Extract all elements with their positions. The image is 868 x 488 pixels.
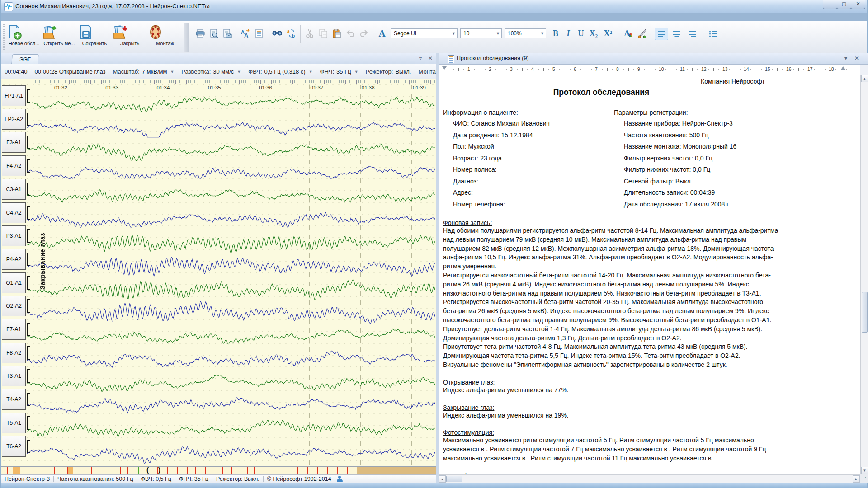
close-panel-icon[interactable]: ✕ — [428, 55, 433, 61]
open-study-button[interactable]: Открыть ме... — [42, 23, 77, 52]
eeg-toolbar-segment-4[interactable]: ФВЧ:0,5 Гц (0,318 с)▼ — [245, 68, 316, 75]
eeg-toolbar-segment-5[interactable]: ФНЧ:35 Гц▼ — [316, 68, 362, 75]
font-size-select[interactable]: 10▼ — [460, 28, 502, 38]
eeg-toolbar-segment-3[interactable]: Развертка:30 мм/с▼ — [178, 68, 245, 75]
replace-icon[interactable]: ab — [286, 28, 297, 39]
scroll-down-icon[interactable]: ▼ — [861, 467, 868, 474]
registration-row-2: Название монтажа: Монополярный 16 — [614, 141, 736, 153]
document-ruler[interactable]: 123456789101112131415161718 — [439, 65, 860, 75]
font-button[interactable]: A — [376, 28, 388, 39]
copy-icon[interactable] — [317, 28, 329, 39]
trace-F4-A2 — [27, 166, 435, 178]
view-window-bracket[interactable]: ( — [146, 466, 149, 474]
underline-button[interactable]: U — [575, 28, 587, 39]
bold-button[interactable]: B — [550, 28, 561, 39]
trace-O2-A2 — [27, 301, 435, 324]
cut-icon[interactable] — [304, 28, 316, 39]
channel-label-F8-A2[interactable]: F8-A2 — [2, 343, 26, 363]
print-preview-icon[interactable] — [208, 28, 220, 39]
view-window-bracket[interactable]: ) — [158, 466, 160, 474]
page-setup-icon[interactable] — [222, 28, 233, 39]
channel-label-O2-A2[interactable]: O2-A2 — [2, 296, 26, 316]
window-title: Соганов Михаил Иванович, 23 года, 17.07.… — [15, 3, 210, 9]
maximize-button[interactable]: ▢ — [837, 0, 851, 9]
registration-header: Параметры регистрации: — [614, 109, 736, 116]
superscript-button[interactable]: X² — [602, 28, 614, 39]
find-icon[interactable] — [271, 28, 283, 39]
bullet-list-button[interactable] — [706, 28, 720, 40]
format-document-icon[interactable] — [253, 28, 265, 39]
subscript-button[interactable]: X₂ — [588, 28, 599, 39]
eeg-chart[interactable]: 01:3201:3301:3401:3501:3601:3701:3801:39… — [1, 79, 436, 466]
pin-panel-icon[interactable]: ▿ — [419, 55, 422, 61]
eeg-toolbar: 00:04:4000:00:28 Открывание глазМасштаб:… — [1, 64, 436, 80]
section-paragraph: Максимально усваивается ритм стимуляции … — [443, 436, 778, 463]
scroll-up-icon[interactable]: ▲ — [861, 75, 868, 82]
record-navigator[interactable]: () — [1, 466, 436, 474]
channel-label-C4-A2[interactable]: C4-A2 — [2, 202, 26, 223]
montage-button[interactable]: Монтаж — [147, 23, 183, 52]
registration-row-4: Фильтр нижних частот: 0,0 Гц — [614, 164, 736, 176]
right-margin-marker[interactable] — [841, 66, 845, 70]
close-study-button[interactable]: Закрыть — [112, 23, 147, 52]
channel-label-T4-A2[interactable]: T4-A2 — [2, 389, 26, 410]
channel-label-P3-A1[interactable]: P3-A1 — [2, 225, 26, 246]
scroll-right-icon[interactable]: ► — [853, 475, 860, 483]
hscroll-thumb[interactable] — [446, 476, 462, 482]
close-protocol-icon[interactable]: ✕ — [854, 55, 859, 61]
channel-label-FP1-A1[interactable]: FP1-A1 — [2, 85, 26, 106]
document-page[interactable]: Компания Нейрософт Протокол обследования… — [439, 75, 860, 474]
undo-icon[interactable] — [344, 28, 356, 39]
save-button[interactable]: Сохранить — [77, 23, 112, 52]
change-font-icon[interactable]: AA — [240, 28, 251, 39]
channel-label-F7-A1[interactable]: F7-A1 — [2, 319, 26, 340]
channel-label-F3-A1[interactable]: F3-A1 — [2, 132, 26, 153]
save-label: Сохранить — [77, 41, 112, 46]
toolbar-grip[interactable] — [3, 24, 5, 50]
left-margin-marker[interactable] — [442, 66, 447, 70]
channel-label-P4-A2[interactable]: P4-A2 — [2, 249, 26, 270]
zoom-select[interactable]: 100%▼ — [505, 28, 546, 38]
section-paragraph: Присутствует тета-ритм частотой 4-8 Гц. … — [443, 343, 778, 361]
patient-row-2: Пол: Мужской — [443, 141, 614, 153]
minimize-button[interactable]: ─ — [823, 0, 837, 9]
italic-button[interactable]: I — [562, 28, 574, 39]
close-button[interactable]: ✕ — [851, 0, 865, 9]
print-icon[interactable] — [194, 28, 206, 39]
tab-eeg[interactable]: ЭЭГ — [11, 54, 39, 65]
time-label: 01:35 — [208, 85, 221, 90]
redo-icon[interactable] — [358, 28, 370, 39]
time-label: 01:38 — [362, 85, 375, 90]
panel-menu-icon[interactable]: ▾ — [844, 55, 847, 61]
scroll-left-icon[interactable]: ◄ — [439, 475, 446, 483]
toolbar-overflow-chevron[interactable] — [184, 23, 189, 52]
font-name-select[interactable]: Segoe UI▼ — [391, 28, 458, 38]
align-center-button[interactable] — [670, 28, 684, 40]
channel-label-T6-A2[interactable]: T6-A2 — [2, 436, 26, 457]
highlight-brush-icon[interactable] — [636, 28, 647, 39]
resize-grip[interactable] — [862, 475, 867, 480]
vertical-scrollbar[interactable]: ▲ ▼ — [860, 75, 868, 474]
new-study-button[interactable]: Новое обсл... — [6, 23, 42, 52]
eeg-toolbar-segment-2[interactable]: Масштаб:7 мкВ/мм▼ — [109, 68, 178, 75]
channel-label-O1-A1[interactable]: O1-A1 — [2, 272, 26, 293]
channel-label-FP2-A2[interactable]: FP2-A2 — [2, 109, 26, 130]
channel-label-F4-A2[interactable]: F4-A2 — [2, 155, 26, 176]
channel-label-T5-A1[interactable]: T5-A1 — [2, 413, 26, 433]
eeg-toolbar-segment-0: 00:04:40 — [1, 68, 31, 75]
vscroll-thumb[interactable] — [862, 292, 868, 333]
time-label: 01:36 — [259, 85, 272, 90]
status-item-4: Режектор: Выкл. — [212, 476, 263, 482]
document-icon — [448, 55, 454, 63]
protocol-panel-title: Протокол обследования (9) — [457, 55, 529, 61]
patient-row-0: ФИО: Соганов Михаил Иванович — [443, 118, 614, 130]
align-right-button[interactable] — [685, 28, 699, 40]
channel-label-T3-A1[interactable]: T3-A1 — [2, 366, 26, 386]
font-color-button[interactable]: A — [621, 28, 633, 39]
horizontal-scrollbar[interactable]: ◄ ► — [439, 474, 860, 483]
section-paragraph: Индекс альфа-ритма уменьшился на 19%. — [443, 411, 778, 420]
paste-icon[interactable] — [331, 28, 343, 39]
section-heading: Закрывание глаз: — [443, 404, 778, 411]
align-left-button[interactable] — [655, 28, 668, 40]
channel-label-C3-A1[interactable]: C3-A1 — [2, 179, 26, 200]
